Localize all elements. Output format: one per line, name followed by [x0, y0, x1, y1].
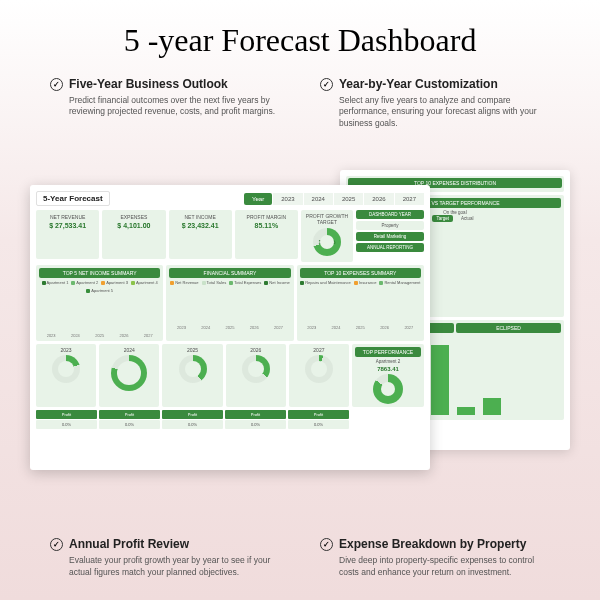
donut-icon: 11.79% — [313, 228, 341, 256]
feature-title: Year-by-Year Customization — [339, 77, 498, 91]
feature-expense-breakdown: ✓Expense Breakdown by Property Dive deep… — [320, 537, 550, 578]
bottom-features: ✓Annual Profit Review Evaluate your prof… — [0, 537, 600, 578]
check-icon: ✓ — [320, 538, 333, 551]
legend: Net Revenue Total Sales Total Expenses N… — [169, 280, 290, 285]
top-features: ✓Five-Year Business Outlook Predict fina… — [0, 77, 600, 129]
feature-annual-profit: ✓Annual Profit Review Evaluate your prof… — [50, 537, 280, 578]
feature-title: Five-Year Business Outlook — [69, 77, 228, 91]
feature-desc: Predict financial outcomes over the next… — [50, 95, 280, 118]
chart-expenses: TOP 10 EXPENSES SUMMARY Repairs and Main… — [297, 265, 424, 341]
kpi-margin: PROFIT MARGIN85.11% — [235, 210, 298, 259]
feature-customization: ✓Year-by-Year Customization Select any f… — [320, 77, 550, 129]
ring-card: 20264.0K — [226, 344, 286, 407]
year-tab[interactable]: 2026 — [364, 193, 393, 205]
year-tab-active[interactable]: Year — [244, 193, 272, 205]
kpi-income: NET INCOME$ 23,432.41 — [169, 210, 232, 259]
check-icon: ✓ — [50, 78, 63, 91]
back-eclipsed-title: ECLIPSED — [456, 323, 561, 333]
year-tab[interactable]: 2024 — [304, 193, 333, 205]
ring-card: 2023-17.4K — [36, 344, 96, 407]
kpi-expenses: EXPENSES$ 4,101.00 — [102, 210, 165, 259]
feature-desc: Dive deep into property-specific expense… — [320, 555, 550, 578]
ring-card: 20254.5K — [162, 344, 222, 407]
chart-financial: FINANCIAL SUMMARY Net Revenue Total Sale… — [166, 265, 293, 341]
check-icon: ✓ — [320, 78, 333, 91]
feature-desc: Evaluate your profit growth year by year… — [50, 555, 280, 578]
feature-desc: Select any five years to analyze and com… — [320, 95, 550, 129]
dashboard-front-sheet: 5-Year Forecast Year 2023 2024 2025 2026… — [30, 185, 430, 470]
legend: Apartment 1 Apartment 2 Apartment 3 Apar… — [39, 280, 160, 293]
chart-net-income: TOP 5 NET INCOME SUMMARY Apartment 1 Apa… — [36, 265, 163, 341]
page-title: 5 -year Forecast Dashboard — [0, 0, 600, 77]
top-performance-card: TOP PERFORMANCE Apartment 2 7863.41 — [352, 344, 424, 407]
check-icon: ✓ — [50, 538, 63, 551]
year-tab[interactable]: 2023 — [273, 193, 302, 205]
year-tabs[interactable]: Year 2023 2024 2025 2026 2027 — [244, 193, 424, 205]
feature-title: Annual Profit Review — [69, 537, 189, 551]
year-tab[interactable]: 2027 — [395, 193, 424, 205]
donut-icon — [373, 374, 403, 404]
feature-title: Expense Breakdown by Property — [339, 537, 526, 551]
dashboard-tags: DASHBOARD YEAR Property Retail Marketing… — [356, 210, 424, 262]
profit-target-card: PROFIT GROWTH TARGET 11.79% — [301, 210, 353, 262]
legend: Repairs and Maintenance Insurance Rental… — [300, 280, 421, 285]
ring-card: 2027 — [289, 344, 349, 407]
dashboard-mockup: TOP 10 EXPENSES DISTRIBUTION ACTUAL VS T… — [30, 170, 570, 480]
dash-title: 5-Year Forecast — [36, 191, 110, 206]
year-tab[interactable]: 2025 — [334, 193, 363, 205]
kpi-revenue: NET REVENUE$ 27,533.41 — [36, 210, 99, 259]
ring-card: 20247.0 MK — [99, 344, 159, 407]
feature-outlook: ✓Five-Year Business Outlook Predict fina… — [50, 77, 280, 129]
